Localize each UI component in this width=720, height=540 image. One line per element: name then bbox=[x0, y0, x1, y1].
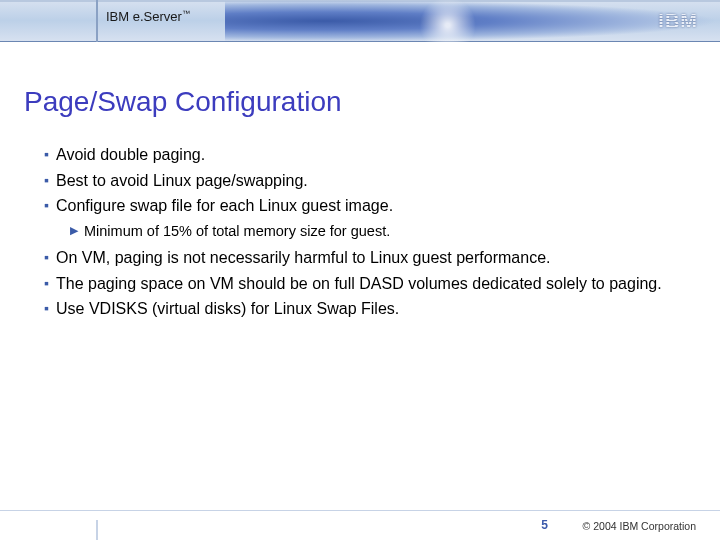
bullet-item: ▪ Use VDISKS (virtual disks) for Linux S… bbox=[44, 298, 684, 320]
bullet-text: The paging space on VM should be on full… bbox=[56, 273, 684, 295]
bullet-item: ▪ On VM, paging is not necessarily harmf… bbox=[44, 247, 684, 269]
bullet-item: ▪ Avoid double paging. bbox=[44, 144, 684, 166]
bullet-text: Avoid double paging. bbox=[56, 144, 684, 166]
bullet-icon: ▪ bbox=[44, 273, 56, 295]
bullet-item: ▪ Best to avoid Linux page/swapping. bbox=[44, 170, 684, 192]
sub-bullet-icon: ▶ bbox=[70, 221, 84, 241]
header-divider bbox=[96, 0, 98, 42]
footer-bar: 5 © 2004 IBM Corporation bbox=[0, 510, 720, 540]
brand-prefix: IBM e. bbox=[106, 9, 144, 24]
brand-text: IBM e.Server™ bbox=[106, 9, 190, 24]
bullet-text: Configure swap file for each Linux guest… bbox=[56, 195, 684, 217]
bullet-icon: ▪ bbox=[44, 144, 56, 166]
content-body: ▪ Avoid double paging. ▪ Best to avoid L… bbox=[44, 144, 684, 324]
bullet-item: ▪ The paging space on VM should be on fu… bbox=[44, 273, 684, 295]
sub-bullet-text: Minimum of 15% of total memory size for … bbox=[84, 221, 684, 241]
page-number: 5 bbox=[541, 518, 548, 532]
bullet-icon: ▪ bbox=[44, 247, 56, 269]
bullet-icon: ▪ bbox=[44, 170, 56, 192]
bullet-text: Best to avoid Linux page/swapping. bbox=[56, 170, 684, 192]
brand-thin: Server bbox=[144, 9, 182, 24]
bullet-text: On VM, paging is not necessarily harmful… bbox=[56, 247, 684, 269]
slide: IBM e.Server™ IBM Page/Swap Configuratio… bbox=[0, 0, 720, 540]
sub-bullet-item: ▶ Minimum of 15% of total memory size fo… bbox=[70, 221, 684, 241]
bullet-item: ▪ Configure swap file for each Linux gue… bbox=[44, 195, 684, 217]
brand-tm: ™ bbox=[182, 9, 190, 18]
bullet-icon: ▪ bbox=[44, 298, 56, 320]
header-swoosh-graphic bbox=[225, 0, 720, 42]
bullet-icon: ▪ bbox=[44, 195, 56, 217]
header-bar: IBM e.Server™ IBM bbox=[0, 0, 720, 42]
footer-divider bbox=[96, 520, 98, 540]
copyright-text: © 2004 IBM Corporation bbox=[583, 520, 696, 532]
bullet-text: Use VDISKS (virtual disks) for Linux Swa… bbox=[56, 298, 684, 320]
ibm-logo-icon: IBM bbox=[658, 10, 698, 33]
page-title: Page/Swap Configuration bbox=[24, 86, 342, 118]
